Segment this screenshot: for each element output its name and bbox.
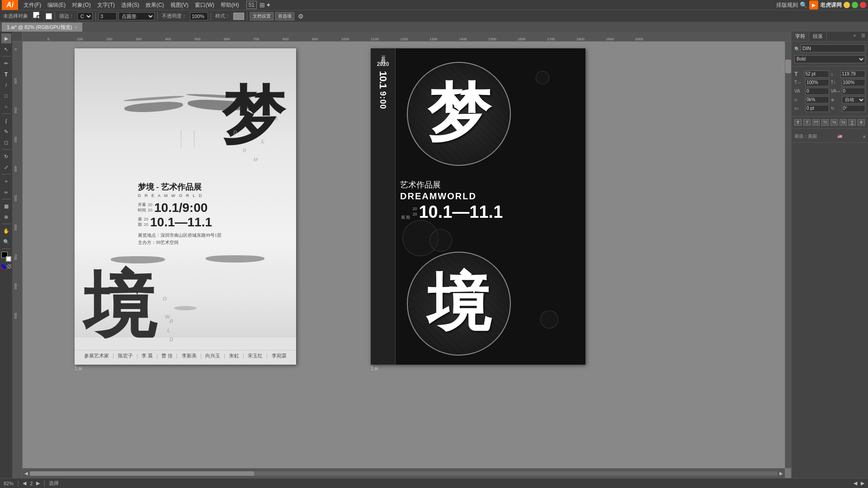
scroll-left-btn[interactable]: ◀ [24, 471, 28, 476]
pin-icon[interactable]: ✦ [266, 1, 271, 9]
h-scrollbar-track[interactable] [30, 471, 778, 476]
nav-prev-btn[interactable]: ◀ [23, 480, 26, 486]
ellipse-tool[interactable]: ○ [1, 102, 11, 112]
window-minimize[interactable] [844, 2, 850, 8]
hand-tool[interactable]: ✋ [1, 226, 11, 236]
auto2-label: A↕ [794, 106, 803, 111]
toolbar-divider-2 [95, 12, 96, 20]
rotate-tool[interactable]: ↻ [1, 151, 11, 161]
menu-view[interactable]: 视图(V) [168, 0, 191, 10]
tab-character[interactable]: 字符 [792, 32, 809, 41]
caps-btn[interactable]: TT [812, 119, 820, 126]
h-scroll-thumb[interactable] [30, 471, 254, 476]
fill-stroke-selector[interactable] [1, 252, 11, 262]
tab-close-btn[interactable]: × [75, 25, 77, 30]
menu-text[interactable]: 文字(T) [94, 0, 118, 10]
artists-label: 参展艺术家 [84, 352, 109, 359]
stroke-width-input[interactable] [99, 12, 117, 20]
menu-select[interactable]: 选择(S) [118, 0, 142, 10]
period-date-b: 10.1—11.1 [419, 203, 503, 221]
strike-btn[interactable]: T [858, 119, 865, 126]
nose-bridge [181, 130, 194, 148]
stroke-width-select[interactable]: C [77, 12, 93, 20]
laohu-icon: ▶ [809, 0, 818, 9]
ruler-mark-200: 200 [106, 37, 112, 41]
super-btn[interactable]: Ta [830, 119, 838, 126]
ruler-v-400: 400 [14, 166, 18, 172]
menu-window[interactable]: 窗口(W) [192, 0, 217, 10]
gradient-btn[interactable] [1, 264, 6, 269]
panel-tab-spacer [827, 32, 850, 41]
under-btn[interactable]: T [849, 119, 856, 126]
line-tool[interactable]: / [1, 80, 11, 90]
opacity-input[interactable] [190, 12, 208, 20]
scroll-right-btn[interactable]: ▶ [779, 471, 783, 476]
warp-tool[interactable]: ≈ [1, 176, 11, 186]
world-w: W [165, 314, 170, 319]
ruler-mark-100: 100 [77, 37, 83, 41]
tool-divider-1 [2, 56, 11, 56]
stroke-type-select[interactable]: 点圆形 [118, 12, 155, 20]
size-input[interactable] [804, 70, 829, 78]
document-canvas: 梦 D R E A M 梦境 - 艺术作品展 D R E A M W O R L… [23, 42, 791, 468]
app-logo: Ai [2, 0, 18, 10]
time-v-b: 9:00 [379, 91, 387, 109]
direct-select-tool[interactable]: ↖ [1, 44, 11, 54]
scale-v-input[interactable] [842, 79, 866, 86]
fill-stroke-colors[interactable] [33, 12, 42, 21]
pen-tool[interactable]: ✏ [1, 58, 11, 68]
bold-btn[interactable]: T [794, 119, 802, 126]
small-caps-btn[interactable]: T1 [821, 119, 829, 126]
tab-paragraph[interactable]: 段落 [809, 32, 827, 41]
menu-file[interactable]: 文件(F) [21, 0, 44, 10]
menu-help[interactable]: 帮助(H) [218, 0, 242, 10]
auto-select[interactable]: 自动 [842, 96, 866, 103]
blend-tool[interactable]: ∞ [1, 187, 11, 197]
font-name-input[interactable]: DIN [801, 44, 865, 52]
pencil-tool[interactable]: ✎ [1, 127, 11, 136]
rect-tool[interactable]: □ [1, 91, 11, 101]
font-weight-select[interactable]: Bold [794, 55, 865, 63]
tracking-input[interactable] [805, 88, 829, 95]
eraser-tool[interactable]: ◻ [1, 137, 11, 147]
zoom-tool[interactable]: 🔍 [1, 237, 11, 247]
ruler-v-0: 0 [14, 48, 18, 50]
baseline-input[interactable] [805, 105, 829, 112]
menu-object[interactable]: 对象(O) [69, 0, 93, 10]
document-tab[interactable]: 1.ai* @ 82% (RGB/GPU预览) × [2, 23, 82, 32]
rotate-input[interactable] [842, 105, 866, 112]
menu-edit[interactable]: 编辑(E) [45, 0, 68, 10]
italic-btn[interactable]: T [803, 119, 811, 126]
panel-expand-btn[interactable]: » [850, 32, 859, 41]
select-tool[interactable]: ▶ [1, 33, 11, 43]
scale-h-input[interactable] [805, 79, 829, 86]
toolbar-extra-icon[interactable]: ⚙ [296, 13, 306, 20]
scroll-r[interactable]: ▶ [861, 480, 864, 486]
preferences-btn[interactable]: 首选项 [275, 12, 294, 20]
kerning-input[interactable] [842, 88, 866, 95]
scale-tool[interactable]: ⤢ [1, 162, 11, 172]
scroll-l[interactable]: ◀ [854, 480, 857, 486]
leading-input[interactable] [840, 70, 865, 78]
sub-btn[interactable]: Ta [840, 119, 847, 126]
symbol-tool[interactable]: ⊕ [1, 212, 11, 222]
none-btn[interactable] [7, 264, 11, 269]
doc-settings-btn[interactable]: 文档设置 [250, 12, 274, 20]
window-maximize[interactable] [852, 2, 858, 8]
window-close[interactable] [860, 2, 866, 8]
color-a-input[interactable] [805, 96, 829, 103]
h-scrollbar-area[interactable]: ◀ ▶ [23, 468, 785, 478]
poster-subtitle: D R E A M W O R L D [138, 193, 264, 198]
panel-menu-btn[interactable]: ☰ [859, 32, 868, 41]
nav-next-btn[interactable]: ▶ [36, 480, 40, 486]
graph-tool[interactable]: ▦ [1, 201, 11, 211]
type-tool[interactable]: T [1, 69, 11, 79]
scroll-thumb-v[interactable] [785, 60, 791, 73]
view-mode-icon[interactable]: ⊞ [259, 1, 265, 9]
period-label-white: 展期 [138, 217, 142, 227]
brush-tool[interactable]: ∫ [1, 116, 11, 126]
v-scrollbar[interactable] [785, 42, 791, 468]
ruler-v-content: 0 100 200 300 400 500 600 700 800 900 [13, 42, 22, 478]
search-icon[interactable]: 🔍 [800, 1, 807, 9]
menu-effect[interactable]: 效果(C) [143, 0, 167, 10]
